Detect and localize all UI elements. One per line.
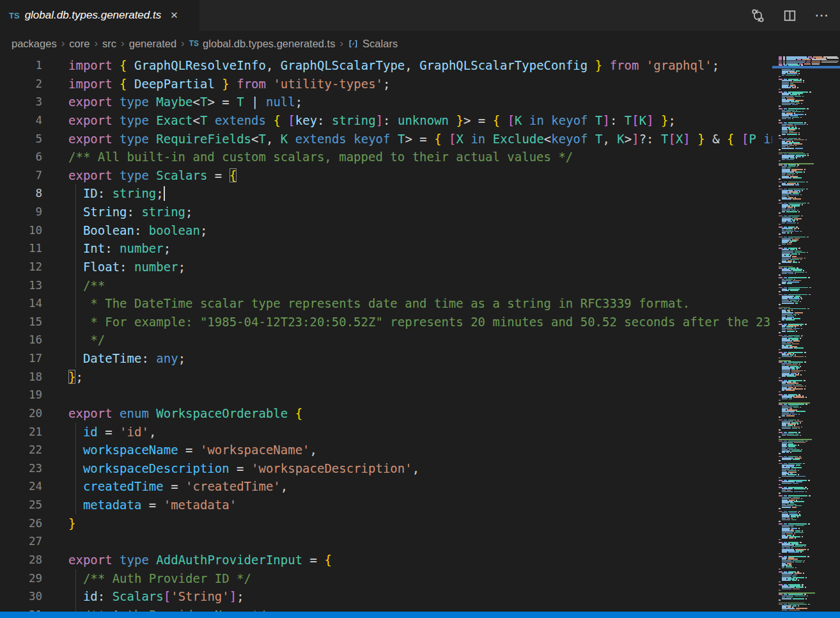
code-line[interactable]: 14 * The DateTime scalar type represents…: [0, 294, 772, 313]
chevron-right-icon: ›: [94, 37, 98, 50]
breadcrumb-file-label: global.db.types.generated.ts: [203, 38, 335, 50]
code-line[interactable]: 24 createdTime = 'createdTime',: [0, 477, 772, 496]
breadcrumb-item-symbol-scalars[interactable]: Scalars: [348, 38, 398, 50]
code-line[interactable]: 19: [0, 386, 772, 404]
tab-bar: TS global.db.types.generated.ts ✕: [0, 0, 840, 31]
line-number: 23: [0, 459, 42, 478]
line-number: 17: [0, 349, 42, 368]
editor-actions: ⋯: [749, 0, 840, 31]
breadcrumb-item-src[interactable]: src: [102, 38, 116, 50]
code-line[interactable]: 26}: [0, 514, 772, 533]
breadcrumb-symbol-label: Scalars: [362, 38, 398, 50]
code-line[interactable]: 16 */: [0, 331, 772, 349]
chevron-right-icon: ›: [61, 37, 65, 50]
code-line[interactable]: 23 workspaceDescription = 'workspaceDesc…: [0, 459, 772, 478]
typescript-file-icon: TS: [189, 39, 199, 48]
line-number: 5: [0, 130, 42, 148]
vscode-window: TS global.db.types.generated.ts ✕: [0, 0, 840, 618]
symbol-struct-icon: [348, 38, 359, 49]
code-line[interactable]: 8 ID: string;: [0, 184, 772, 203]
chevron-right-icon: ›: [121, 37, 125, 50]
chevron-right-icon: ›: [339, 37, 343, 50]
compare-changes-icon[interactable]: [749, 7, 766, 24]
text-cursor: [164, 186, 165, 201]
line-number: 4: [0, 111, 42, 130]
line-number: 21: [0, 423, 42, 441]
line-number: 30: [0, 587, 42, 606]
code-line[interactable]: 15 * For example: "1985-04-12T23:20:50.5…: [0, 313, 772, 331]
code-line[interactable]: 6/** All built-in and custom scalars, ma…: [0, 148, 772, 166]
code-line[interactable]: 30 id: Scalars['String'];: [0, 587, 772, 606]
code-line[interactable]: 29 /** Auth Provider ID */: [0, 569, 772, 588]
status-bar: [0, 612, 840, 618]
line-number: 20: [0, 404, 42, 423]
line-number: 15: [0, 313, 42, 331]
code-line[interactable]: 17 DateTime: any;: [0, 349, 772, 368]
code-line[interactable]: 5export type RequireFields<T, K extends …: [0, 130, 772, 148]
line-number: 9: [0, 203, 42, 221]
line-number: 29: [0, 569, 42, 588]
line-number: 12: [0, 258, 42, 276]
breadcrumb-item-file[interactable]: TS global.db.types.generated.ts: [189, 38, 336, 50]
breadcrumb-item-generated[interactable]: generated: [129, 38, 176, 50]
close-icon[interactable]: ✕: [170, 10, 178, 21]
line-number: 14: [0, 294, 42, 313]
line-number: 22: [0, 441, 42, 459]
breadcrumb-item-packages[interactable]: packages: [12, 38, 57, 50]
code-line[interactable]: 2import { DeepPartial } from 'utility-ty…: [0, 75, 772, 93]
line-number: 11: [0, 239, 42, 258]
code-line[interactable]: 25 metadata = 'metadata': [0, 496, 772, 514]
line-number: 8: [0, 184, 42, 203]
code-line[interactable]: 1import { GraphQLResolveInfo, GraphQLSca…: [0, 56, 772, 75]
more-actions-icon[interactable]: ⋯: [813, 7, 830, 24]
split-editor-icon[interactable]: [781, 7, 798, 24]
line-number: 10: [0, 221, 42, 240]
minimap[interactable]: [772, 56, 840, 618]
line-number: 28: [0, 551, 42, 569]
line-number: 13: [0, 276, 42, 295]
typescript-file-icon: TS: [9, 11, 20, 20]
line-number: 18: [0, 368, 42, 386]
code-line[interactable]: 28export type AddAuthProviderInput = {: [0, 551, 772, 569]
code-line[interactable]: 7export type Scalars = {: [0, 166, 772, 185]
code-line[interactable]: 20export enum WorkspaceOrderable {: [0, 404, 772, 423]
code-line[interactable]: 21 id = 'id',: [0, 423, 772, 441]
code-line[interactable]: 11 Int: number;: [0, 239, 772, 258]
tab-label: global.db.types.generated.ts: [25, 9, 162, 22]
line-number: 19: [0, 386, 42, 404]
breadcrumb: packages › core › src › generated › TS g…: [0, 31, 840, 56]
code-line[interactable]: 22 workspaceName = 'workspaceName',: [0, 441, 772, 459]
line-number: 26: [0, 514, 42, 533]
minimap-current-line: [772, 66, 840, 68]
code-line[interactable]: 12 Float: number;: [0, 258, 772, 276]
line-number: 6: [0, 148, 42, 166]
line-number: 27: [0, 532, 42, 551]
editor: 1import { GraphQLResolveInfo, GraphQLSca…: [0, 56, 840, 618]
line-number: 1: [0, 56, 42, 75]
line-number: 7: [0, 166, 42, 185]
code-line[interactable]: 4export type Exact<T extends { [key: str…: [0, 111, 772, 130]
code-line[interactable]: 27: [0, 532, 772, 551]
code-line[interactable]: 9 String: string;: [0, 203, 772, 221]
code-area[interactable]: 1import { GraphQLResolveInfo, GraphQLSca…: [0, 56, 772, 618]
line-number: 2: [0, 75, 42, 93]
line-number: 25: [0, 496, 42, 514]
code-line[interactable]: 13 /**: [0, 276, 772, 295]
code-line[interactable]: 3export type Maybe<T> = T | null;: [0, 93, 772, 111]
line-number: 3: [0, 93, 42, 111]
line-number: 24: [0, 477, 42, 496]
code-line[interactable]: 18};: [0, 368, 772, 386]
code-line[interactable]: 10 Boolean: boolean;: [0, 221, 772, 240]
line-number: 16: [0, 331, 42, 349]
chevron-right-icon: ›: [181, 37, 185, 50]
breadcrumb-item-core[interactable]: core: [69, 38, 89, 50]
tab-global-db-types-generated[interactable]: TS global.db.types.generated.ts ✕: [0, 0, 199, 31]
